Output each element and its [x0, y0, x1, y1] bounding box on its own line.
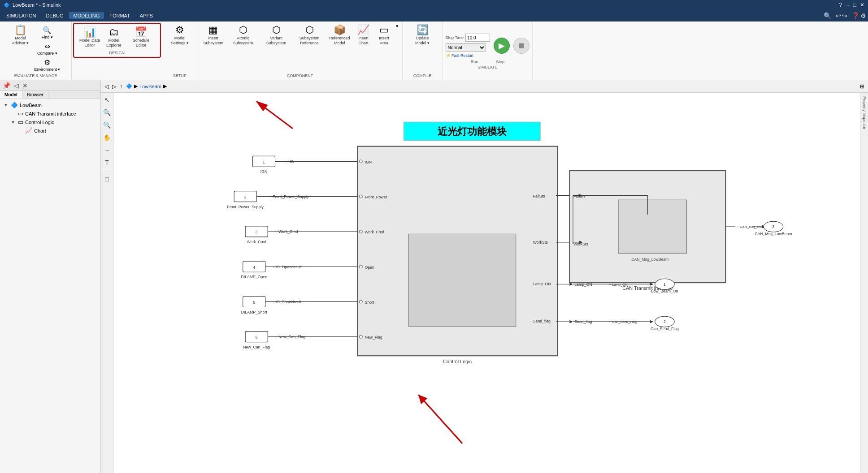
svg-text:CAN_Msg_LowBeam: CAN_Msg_LowBeam	[631, 257, 668, 262]
tool-text[interactable]: T	[102, 157, 113, 168]
variant-subsystem-btn[interactable]: ⬡ Variant Subsystem	[260, 23, 292, 47]
breadcrumb-separator: ▶	[134, 83, 138, 89]
tool-collapse[interactable]: ◁◁	[102, 470, 113, 473]
model-settings-btn[interactable]: ⚙ ModelSettings ▾	[168, 23, 191, 47]
undo-btn[interactable]: ↩	[836, 12, 841, 19]
sidebar-close-btn[interactable]: ✕	[22, 82, 29, 89]
tree-item-chart[interactable]: 📈 Chart	[16, 126, 99, 135]
help-menu-btn[interactable]: ❓	[852, 12, 859, 19]
atomic-subsystem-btn[interactable]: ⬡ Atomic Subsystem	[227, 23, 259, 47]
help-btn[interactable]: ?	[839, 2, 842, 8]
forward-btn[interactable]: ▷	[112, 83, 116, 90]
run-label: Run	[471, 60, 478, 64]
referenced-model-icon: 📦	[334, 25, 346, 35]
tree-view: ▼ 🔷 LowBeam ▭ CAN Transmit interface ▼ ▭…	[0, 99, 100, 473]
svg-text:CAN_Msg_LowBeam: CAN_Msg_LowBeam	[755, 232, 792, 236]
tree-item-lowbeam[interactable]: ▼ 🔷 LowBeam	[2, 101, 99, 109]
menu-format[interactable]: FORMAT	[105, 12, 135, 19]
insert-subsystem-btn[interactable]: ▦ InsertSubsystem	[201, 23, 226, 47]
insert-chart-btn[interactable]: 📈 InsertChart	[354, 23, 373, 47]
model-explorer-btn[interactable]: 🗂 ModelExplorer	[104, 26, 124, 50]
svg-text:Control Logic: Control Logic	[443, 359, 472, 364]
svg-text:←CAN_Msg_OUT: ←CAN_Msg_OUT	[736, 225, 764, 229]
ribbon-group-label-evaluate: EVALUATE & MANAGE	[3, 73, 69, 78]
close-btn[interactable]: ✕	[860, 2, 864, 8]
toolbar-search[interactable]: 🔍	[824, 12, 831, 19]
compare-btn[interactable]: ⇔ Compare ▾	[32, 41, 62, 56]
ribbon: 📋 ModelAdvisor ▾ 🔍 Find ▾ ⇔ Compare ▾ ⚙ …	[0, 22, 868, 80]
tool-select[interactable]: ↖	[102, 95, 113, 105]
property-inspector-tab[interactable]: Property Inspector	[861, 95, 868, 131]
sidebar-tab-browser[interactable]: Browser	[22, 91, 48, 99]
update-model-btn[interactable]: 🔄 UpdateModel ▾	[412, 23, 432, 47]
redo-btn[interactable]: ↪	[842, 12, 847, 19]
component-more-btn[interactable]: ▾	[395, 23, 399, 29]
menubar: SIMULATION DEBUG MODELING FORMAT APPS 🔍 …	[0, 10, 868, 22]
maximize-btn[interactable]: □	[853, 2, 856, 8]
sidebar-tab-model[interactable]: Model	[0, 91, 22, 99]
tool-zoom-out[interactable]: 🔍	[102, 120, 113, 130]
menu-debug[interactable]: DEBUG	[41, 12, 68, 19]
model-data-editor-btn[interactable]: 📊 Model DataEditor	[77, 26, 103, 50]
tree-expand-control[interactable]: ▼	[11, 120, 16, 125]
tree-expand-lowbeam[interactable]: ▼	[4, 103, 9, 108]
fit-view-btn[interactable]: ⊞	[860, 83, 864, 90]
svg-rect-40	[409, 234, 516, 327]
ribbon-group-label-design: DESIGN	[77, 51, 157, 55]
sidebar-collapse-btn[interactable]: ◁	[13, 82, 20, 89]
svg-text:3: 3	[256, 230, 258, 234]
menu-apps[interactable]: APPS	[135, 12, 157, 19]
titlebar-controls: ? ─ □ ✕	[839, 2, 864, 8]
model-advisor-btn[interactable]: 📋 ModelAdvisor ▾	[9, 23, 32, 47]
referenced-model-btn[interactable]: 📦 ReferencedModel	[326, 23, 353, 47]
ribbon-group-component: ▦ InsertSubsystem ⬡ Atomic Subsystem ⬡ V…	[198, 22, 403, 80]
stop-time-input[interactable]	[465, 34, 490, 42]
compare-icon: ⇔	[44, 42, 50, 51]
model-data-editor-icon: 📊	[84, 27, 96, 37]
tree-children-control: 📈 Chart	[16, 126, 99, 135]
ribbon-group-evaluate: 📋 ModelAdvisor ▾ 🔍 Find ▾ ⇔ Compare ▾ ⚙ …	[0, 22, 72, 80]
minimize-btn[interactable]: ─	[846, 2, 850, 8]
settings-btn[interactable]: ⚙	[860, 12, 866, 19]
environment-btn[interactable]: ⚙ Environment ▾	[32, 57, 62, 73]
tool-box[interactable]: □	[102, 174, 113, 185]
find-btn[interactable]: 🔍 Find ▾	[32, 25, 62, 40]
svg-text:2: 2	[664, 319, 666, 324]
stop-label: Stop	[496, 60, 504, 64]
run-btn[interactable]: ▶	[494, 38, 510, 54]
svg-text:Front_Power_Supply: Front_Power_Supply	[227, 205, 264, 209]
svg-text:FailSts: FailSts	[533, 194, 545, 198]
up-btn[interactable]: ↑	[120, 83, 122, 90]
subsystem-reference-btn[interactable]: ⬡ Subsystem Reference	[293, 23, 326, 47]
stop-btn[interactable]: ⏹	[513, 38, 529, 54]
menu-simulation[interactable]: SIMULATION	[2, 12, 40, 19]
back-btn[interactable]: ◁	[104, 83, 108, 90]
svg-text:4: 4	[253, 265, 255, 270]
svg-text:Can_Send_Flag: Can_Send_Flag	[651, 327, 679, 331]
tool-arrow[interactable]: →	[102, 145, 113, 155]
svg-text:Front_Power: Front_Power	[365, 195, 387, 199]
svg-text:IGN: IGN	[365, 160, 372, 164]
canvas[interactable]: 近光灯功能模块 1 IGN ←IG 2 Front_Power_Suppl	[113, 93, 860, 473]
svg-text:Send_flag: Send_flag	[533, 319, 551, 323]
tool-zoom-in[interactable]: 🔍	[102, 107, 113, 118]
schedule-editor-icon: 📅	[135, 27, 147, 37]
insert-area-btn[interactable]: ▭ InsertArea	[374, 23, 394, 47]
sidebar-pin-btn[interactable]: 📌	[2, 82, 11, 89]
find-icon: 🔍	[43, 26, 52, 34]
sidebar-tabs: Model Browser	[0, 91, 100, 99]
breadcrumb-home[interactable]: 🔷	[126, 83, 132, 89]
menu-modeling[interactable]: MODELING	[69, 12, 104, 19]
svg-text:Work_Cmd: Work_Cmd	[247, 240, 266, 244]
fast-restart-btn[interactable]: ⚡ Fast Restart	[446, 53, 474, 58]
tree-icon-control: ▭	[18, 119, 23, 125]
breadcrumb-lowbeam[interactable]: LowBeam	[139, 84, 161, 89]
tree-item-control-logic[interactable]: ▼ ▭ Control Logic	[9, 118, 99, 126]
svg-point-53	[360, 230, 363, 233]
chinese-title: 近光灯功能模块	[438, 126, 507, 137]
tree-item-can-transmit[interactable]: ▭ CAN Transmit interface	[9, 109, 99, 118]
simulation-mode-select[interactable]: Normal	[446, 43, 486, 52]
update-model-icon: 🔄	[417, 25, 429, 35]
tool-pan[interactable]: ✋	[102, 132, 113, 143]
schedule-editor-btn[interactable]: 📅 Schedule Editor	[125, 26, 157, 50]
